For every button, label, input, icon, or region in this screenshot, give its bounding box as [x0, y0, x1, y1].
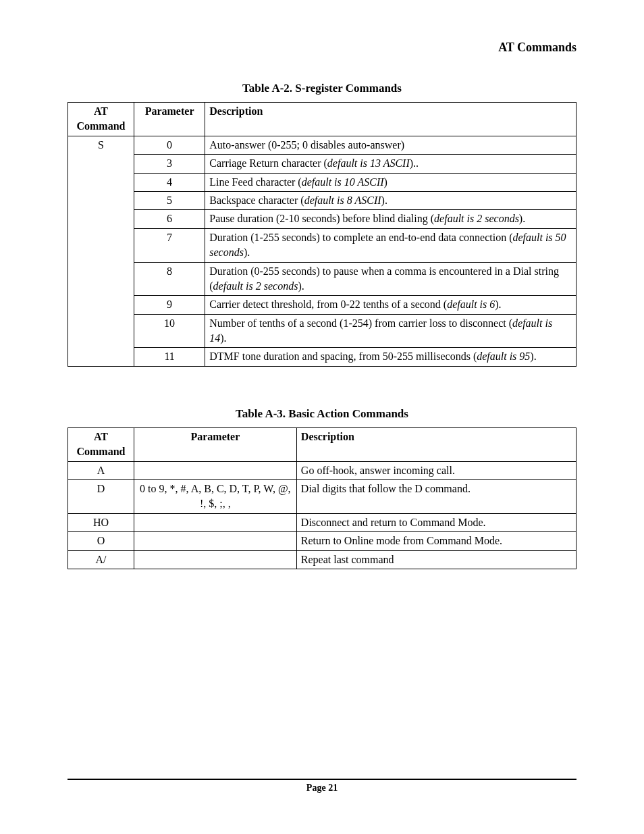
cell-cmd-empty [68, 155, 134, 173]
cell-param: 5 [134, 191, 205, 209]
cell-desc: Return to Online mode from Command Mode. [296, 532, 576, 550]
table-row: 3 Carriage Return character (default is … [68, 155, 576, 173]
cell-cmd: D [68, 480, 134, 514]
table-row: 10 Number of tenths of a second (1-254) … [68, 314, 576, 348]
cell-param: 11 [134, 348, 205, 366]
cell-cmd: S [68, 136, 134, 154]
table-a2-header-row: AT Command Parameter Description [68, 103, 576, 136]
page: AT Commands Table A-2. S-register Comman… [0, 0, 644, 569]
cell-cmd-empty [68, 228, 134, 262]
table-row: 6 Pause duration (2-10 seconds) before b… [68, 210, 576, 228]
cell-desc: DTMF tone duration and spacing, from 50-… [205, 348, 576, 366]
cell-cmd-empty [68, 173, 134, 191]
cell-desc: Dial digits that follow the D command. [296, 480, 576, 514]
cell-desc: Carriage Return character (default is 13… [205, 155, 576, 173]
table-row: S 0 Auto-answer (0-255; 0 disables auto-… [68, 136, 576, 154]
cell-param: 8 [134, 262, 205, 296]
cell-param [134, 461, 296, 479]
table-row: 5 Backspace character (default is 8 ASCI… [68, 191, 576, 209]
cell-cmd-empty [68, 262, 134, 296]
cell-cmd: O [68, 532, 134, 550]
table-row: 4 Line Feed character (default is 10 ASC… [68, 173, 576, 191]
cell-param: 6 [134, 210, 205, 228]
cell-cmd-empty [68, 348, 134, 366]
cell-desc: Backspace character (default is 8 ASCII)… [205, 191, 576, 209]
cell-desc: Pause duration (2-10 seconds) before bli… [205, 210, 576, 228]
table-row: A/ Repeat last command [68, 550, 576, 569]
cell-desc: Line Feed character (default is 10 ASCII… [205, 173, 576, 191]
cell-param: 0 to 9, *, #, A, B, C, D, T, P, W, @, !,… [134, 480, 296, 514]
cell-cmd-empty [68, 314, 134, 348]
cell-cmd: A/ [68, 550, 134, 569]
table-row: HO Disconnect and return to Command Mode… [68, 513, 576, 531]
cell-desc: Duration (0-255 seconds) to pause when a… [205, 262, 576, 296]
cell-param [134, 550, 296, 569]
table-a3: AT Command Parameter Description A Go of… [68, 427, 576, 569]
cell-param [134, 513, 296, 531]
table-row: 8 Duration (0-255 seconds) to pause when… [68, 262, 576, 296]
cell-desc: Disconnect and return to Command Mode. [296, 513, 576, 531]
cell-desc: Go off-hook, answer incoming call. [296, 461, 576, 479]
page-header: AT Commands [68, 41, 576, 55]
cell-param: 0 [134, 136, 205, 154]
table-row: 7 Duration (1-255 seconds) to complete a… [68, 228, 576, 262]
th-cmd: AT Command [68, 103, 134, 136]
cell-desc: Number of tenths of a second (1-254) fro… [205, 314, 576, 348]
th-cmd: AT Command [68, 427, 134, 461]
page-number: Page 21 [68, 783, 576, 793]
cell-desc: Duration (1-255 seconds) to complete an … [205, 228, 576, 262]
cell-param: 3 [134, 155, 205, 173]
cell-cmd-empty [68, 191, 134, 209]
table-a2: AT Command Parameter Description S 0 Aut… [68, 102, 576, 367]
cell-desc: Carrier detect threshold, from 0-22 tent… [205, 296, 576, 314]
table-row: 9 Carrier detect threshold, from 0-22 te… [68, 296, 576, 314]
th-desc: Description [205, 103, 576, 136]
cell-param: 4 [134, 173, 205, 191]
table-row: D 0 to 9, *, #, A, B, C, D, T, P, W, @, … [68, 480, 576, 514]
page-footer: Page 21 [68, 779, 576, 793]
cell-param: 9 [134, 296, 205, 314]
th-param: Parameter [134, 103, 205, 136]
cell-desc: Repeat last command [296, 550, 576, 569]
cell-param [134, 532, 296, 550]
cell-cmd-empty [68, 296, 134, 314]
table-a3-caption: Table A-3. Basic Action Commands [68, 407, 576, 421]
table-row: O Return to Online mode from Command Mod… [68, 532, 576, 550]
cell-cmd: A [68, 461, 134, 479]
footer-divider [68, 779, 576, 780]
th-param: Parameter [134, 427, 296, 461]
cell-desc: Auto-answer (0-255; 0 disables auto-answ… [205, 136, 576, 154]
cell-param: 10 [134, 314, 205, 348]
table-a3-header-row: AT Command Parameter Description [68, 427, 576, 461]
cell-cmd-empty [68, 210, 134, 228]
table-row: 11 DTMF tone duration and spacing, from … [68, 348, 576, 366]
table-a2-caption: Table A-2. S-register Commands [68, 82, 576, 95]
table-row: A Go off-hook, answer incoming call. [68, 461, 576, 479]
cell-cmd: HO [68, 513, 134, 531]
cell-param: 7 [134, 228, 205, 262]
th-desc: Description [296, 427, 576, 461]
